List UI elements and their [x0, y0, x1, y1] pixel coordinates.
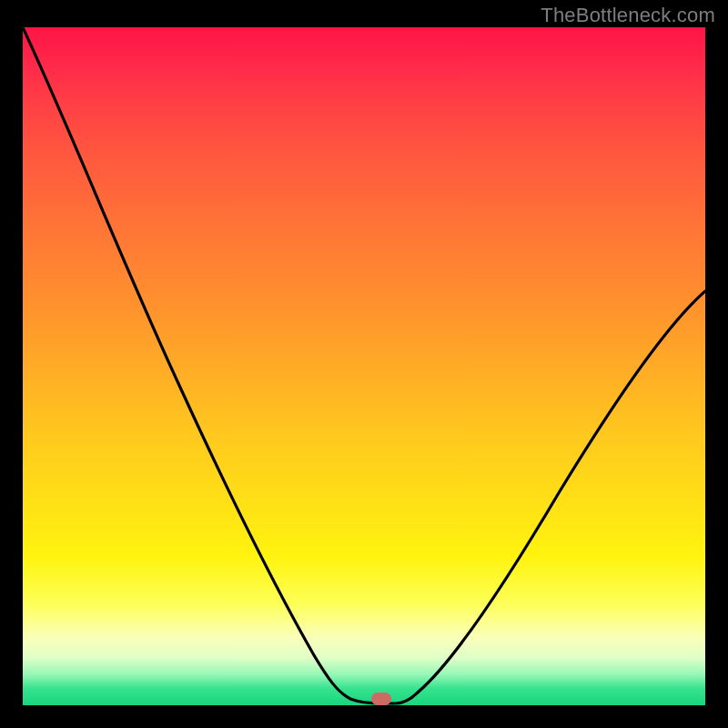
bottleneck-curve: [23, 27, 705, 705]
watermark-text: TheBottleneck.com: [541, 4, 715, 27]
plot-area: [23, 27, 705, 705]
chart-frame: TheBottleneck.com: [0, 0, 728, 728]
optimal-marker: [371, 693, 391, 705]
curve-path: [23, 27, 705, 703]
